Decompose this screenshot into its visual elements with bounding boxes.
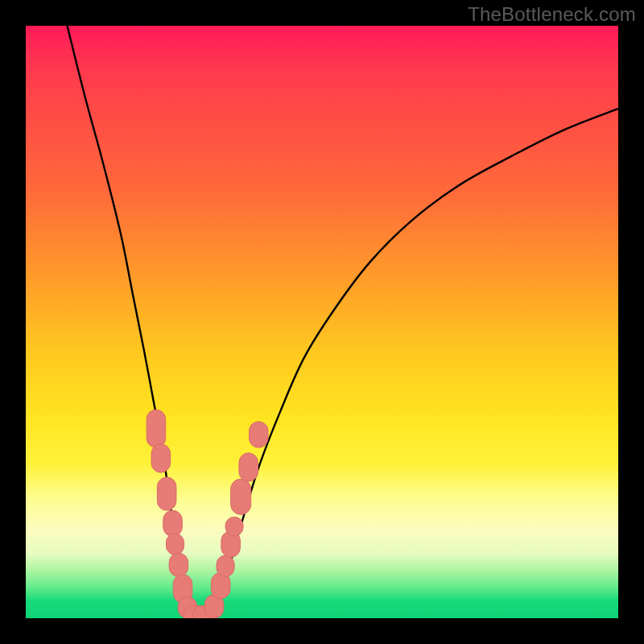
data-marker — [249, 422, 268, 448]
data-marker — [225, 517, 243, 536]
data-marker — [217, 555, 234, 577]
chart-frame: TheBottleneck.com — [0, 0, 644, 644]
data-marker — [163, 510, 183, 536]
data-marker — [166, 534, 184, 555]
curve-layer — [68, 26, 618, 618]
data-marker — [151, 444, 171, 473]
chart-svg — [26, 26, 618, 618]
watermark-text: TheBottleneck.com — [468, 3, 636, 26]
plot-area — [26, 26, 618, 618]
data-marker — [147, 410, 166, 448]
curve-right — [209, 109, 618, 618]
marker-layer — [147, 410, 268, 618]
data-marker — [169, 553, 188, 576]
data-marker — [239, 453, 258, 481]
data-marker — [231, 479, 251, 514]
data-marker — [157, 477, 176, 510]
